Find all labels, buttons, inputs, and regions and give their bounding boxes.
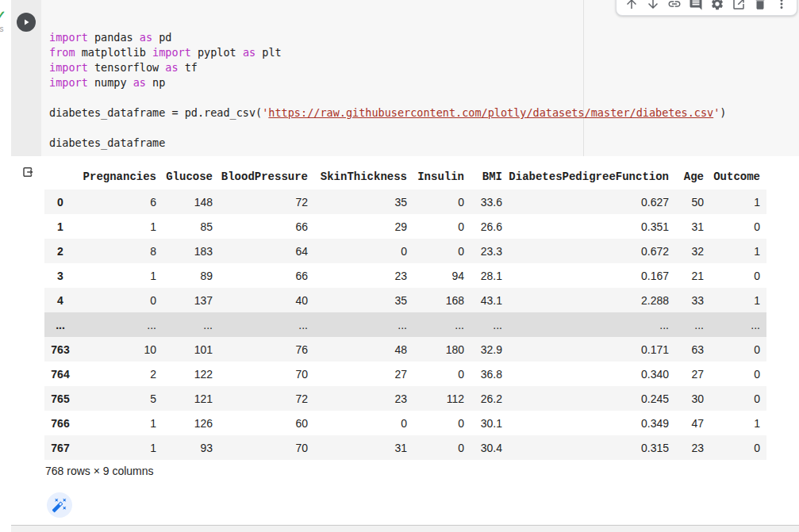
more-actions-kebab-icon[interactable] bbox=[774, 0, 789, 11]
row-index: 767 bbox=[44, 435, 76, 460]
output-indicator-icon bbox=[21, 166, 34, 182]
table-cell: 0.351 bbox=[502, 214, 669, 239]
table-cell: 70 bbox=[213, 362, 308, 386]
code-cell: import pandas as pdfrom matplotlib impor… bbox=[11, 0, 799, 156]
move-cell-down-icon[interactable] bbox=[646, 0, 660, 11]
table-cell: 0 bbox=[704, 386, 766, 411]
table-cell: 1 bbox=[704, 411, 766, 435]
dataframe-shape-caption: 768 rows × 9 columns bbox=[45, 465, 154, 477]
row-index: 2 bbox=[44, 239, 76, 263]
row-index: 763 bbox=[44, 337, 76, 362]
table-cell: 148 bbox=[156, 189, 213, 214]
table-cell: 0 bbox=[308, 411, 407, 435]
table-cell: 21 bbox=[669, 263, 704, 288]
cell-output: PregnanciesGlucoseBloodPressureSkinThick… bbox=[0, 156, 799, 525]
mirror-cell-in-tab-icon[interactable] bbox=[732, 0, 746, 11]
settings-gear-icon[interactable] bbox=[710, 0, 724, 11]
table-cell: 8 bbox=[76, 239, 156, 263]
table-row: 28183640023.30.672321 bbox=[44, 239, 766, 263]
table-row: 7671937031030.40.315230 bbox=[44, 435, 766, 460]
table-cell: 23 bbox=[669, 435, 704, 460]
table-cell: 101 bbox=[156, 337, 213, 362]
table-row: 061487235033.60.627501 bbox=[44, 189, 766, 214]
table-cell: 64 bbox=[213, 239, 308, 263]
table-cell: 48 bbox=[308, 337, 407, 362]
table-cell: 0.672 bbox=[502, 239, 669, 263]
table-cell: 1 bbox=[704, 288, 766, 312]
table-cell: 32.9 bbox=[464, 337, 502, 362]
table-cell: 93 bbox=[156, 435, 213, 460]
table-cell: ... bbox=[407, 312, 464, 337]
table-cell: 0.171 bbox=[502, 337, 669, 362]
table-cell: 0 bbox=[407, 239, 464, 263]
table-cell: 126 bbox=[156, 411, 213, 435]
table-cell: 72 bbox=[213, 386, 308, 411]
table-cell: 27 bbox=[308, 362, 407, 386]
code-line: import numpy as np bbox=[49, 75, 799, 90]
table-cell: 6 bbox=[76, 189, 156, 214]
magic-wand-icon bbox=[52, 497, 67, 513]
code-line: from matplotlib import pyplot as plt bbox=[49, 45, 799, 60]
table-cell: 94 bbox=[407, 263, 464, 288]
table-cell: 0 bbox=[407, 435, 464, 460]
table-cell: 0 bbox=[407, 189, 464, 214]
table-cell: 47 bbox=[669, 411, 704, 435]
code-url-link[interactable]: https://raw.githubusercontent.com/plotly… bbox=[268, 106, 713, 119]
table-cell: 23.3 bbox=[464, 239, 502, 263]
cell-toolbar bbox=[616, 0, 797, 16]
table-cell: 0.167 bbox=[502, 263, 669, 288]
cell-gutter bbox=[11, 0, 41, 156]
column-header: DiabetesPedigreeFunction bbox=[502, 163, 669, 189]
column-header: BMI bbox=[464, 163, 502, 189]
table-row: 7661126600030.10.349471 bbox=[44, 411, 766, 435]
row-index: 1 bbox=[44, 214, 76, 239]
table-cell: ... bbox=[76, 312, 156, 337]
table-cell: 0 bbox=[407, 411, 464, 435]
table-row: 11856629026.60.351310 bbox=[44, 214, 766, 239]
table-cell: 36.8 bbox=[464, 362, 502, 386]
code-line bbox=[49, 121, 799, 136]
column-header: Age bbox=[669, 163, 704, 189]
table-cell: 10 bbox=[76, 337, 156, 362]
run-cell-button[interactable] bbox=[17, 13, 36, 32]
table-cell: 122 bbox=[156, 362, 213, 386]
table-cell: 33.6 bbox=[464, 189, 502, 214]
play-icon bbox=[21, 17, 31, 27]
code-line: diabetes_dataframe = pd.read_csv('https:… bbox=[49, 105, 799, 121]
table-row: 318966239428.10.167210 bbox=[44, 263, 766, 288]
row-index: 764 bbox=[44, 362, 76, 386]
table-cell: 1 bbox=[76, 411, 156, 435]
table-cell: ... bbox=[704, 312, 766, 337]
table-cell: 32 bbox=[669, 239, 704, 263]
table-row: 76421227027036.80.340270 bbox=[44, 362, 766, 386]
table-cell: 121 bbox=[156, 386, 213, 411]
table-cell: 0 bbox=[76, 288, 156, 312]
row-index: 765 bbox=[44, 386, 76, 411]
table-row: 40137403516843.12.288331 bbox=[44, 288, 766, 312]
dataframe-table: PregnanciesGlucoseBloodPressureSkinThick… bbox=[44, 163, 766, 460]
table-cell: ... bbox=[669, 312, 704, 337]
table-cell: 137 bbox=[156, 288, 213, 312]
table-cell: 72 bbox=[213, 189, 308, 214]
code-line: import pandas as pd bbox=[49, 30, 799, 45]
index-column-header bbox=[44, 163, 76, 189]
code-editor[interactable]: import pandas as pdfrom matplotlib impor… bbox=[41, 0, 799, 156]
generate-code-wand-button[interactable] bbox=[47, 492, 72, 518]
table-cell: 0 bbox=[704, 362, 766, 386]
table-cell: 30 bbox=[669, 386, 704, 411]
add-comment-icon[interactable] bbox=[689, 0, 703, 11]
table-cell: 0.315 bbox=[502, 435, 669, 460]
table-row: .............................. bbox=[44, 312, 766, 337]
table-cell: 0.349 bbox=[502, 411, 669, 435]
delete-cell-icon[interactable] bbox=[753, 0, 767, 11]
table-cell: 0 bbox=[704, 263, 766, 288]
row-index: ... bbox=[44, 312, 76, 337]
table-cell: 30.1 bbox=[464, 411, 502, 435]
table-cell: 27 bbox=[669, 362, 704, 386]
table-cell: 0 bbox=[704, 214, 766, 239]
table-cell: 63 bbox=[669, 337, 704, 362]
copy-link-icon[interactable] bbox=[667, 0, 682, 11]
move-cell-up-icon[interactable] bbox=[624, 0, 639, 11]
table-cell: 1 bbox=[704, 189, 766, 214]
table-cell: 29 bbox=[308, 214, 407, 239]
